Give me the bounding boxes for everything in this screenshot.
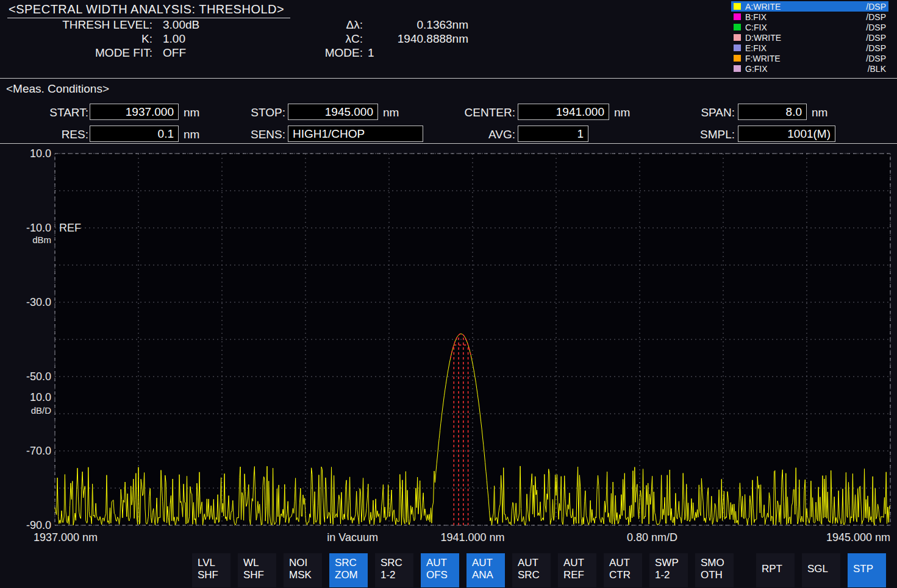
sensitivity-field[interactable]: HIGH1/CHOP	[288, 126, 423, 142]
osa-screen: <SPECTRAL WIDTH ANALYSIS: THRESHOLD> THR…	[0, 0, 897, 588]
legend-trace-e[interactable]: E:FIX /DSP	[731, 43, 888, 53]
center-label: CENTER:	[409, 106, 515, 119]
thresh-level-value: 3.00dB	[163, 18, 199, 32]
span-label: SPAN:	[646, 106, 735, 119]
k-value: 1.00	[163, 32, 185, 46]
svg-text:dBm: dBm	[32, 235, 51, 245]
k-label: K:	[0, 32, 152, 46]
trace-c-label: C:FIX	[745, 23, 767, 32]
softkey-aut-src[interactable]: AUTSRC	[512, 553, 551, 587]
softkey-noi-msk[interactable]: NOIMSK	[284, 553, 322, 587]
analysis-title: <SPECTRAL WIDTH ANALYSIS: THRESHOLD>	[7, 2, 290, 18]
softkey-wl-shf[interactable]: WLSHF	[238, 553, 276, 587]
trace-e-label: E:FIX	[745, 43, 767, 53]
center-wavelength-field[interactable]: 1941.000	[518, 104, 609, 120]
svg-text:1937.000 nm: 1937.000 nm	[34, 531, 98, 544]
softkey-rpt[interactable]: RPT	[756, 553, 795, 587]
softkey-sgl[interactable]: SGL	[802, 553, 840, 587]
avg-label: AVG:	[409, 128, 515, 141]
trace-d-color-swatch	[734, 34, 741, 41]
softkey-group-main: LVLSHF WLSHF NOIMSK SRCZOM SRC1-2 AUTOFS…	[192, 553, 734, 587]
trace-a-label: A:WRITE	[745, 2, 781, 12]
meas-conditions-title: <Meas. Conditions>	[6, 82, 109, 96]
legend-trace-b[interactable]: B:FIX /DSP	[731, 12, 888, 22]
stop-wavelength-field[interactable]: 1945.000	[288, 104, 378, 120]
svg-text:1945.000 nm: 1945.000 nm	[826, 531, 890, 544]
svg-text:-50.0: -50.0	[26, 370, 51, 383]
softkey-lvl-shf[interactable]: LVLSHF	[192, 553, 231, 587]
trace-c-color-swatch	[734, 24, 741, 30]
trace-d-label: D:WRITE	[745, 33, 781, 43]
smpl-label: SMPL:	[646, 128, 735, 141]
trace-f-mode: /DSP	[866, 54, 886, 63]
softkey-aut-ana[interactable]: AUTANA	[466, 553, 505, 587]
legend-trace-f[interactable]: F:WRITE /DSP	[731, 53, 888, 63]
trace-g-color-swatch	[734, 65, 741, 72]
trace-e-color-swatch	[734, 44, 741, 51]
svg-text:dB/D: dB/D	[31, 405, 52, 416]
mode-value: 1	[368, 46, 468, 60]
svg-text:10.0: 10.0	[30, 391, 51, 403]
softkey-swp-1-2[interactable]: SWP1-2	[649, 553, 688, 587]
trace-f-label: F:WRITE	[745, 54, 781, 63]
trace-b-label: B:FIX	[745, 12, 767, 22]
softkey-aut-ctr[interactable]: AUTCTR	[604, 553, 642, 587]
trace-a-color-swatch	[734, 3, 741, 10]
delta-lambda-label: Δλ:	[305, 18, 363, 32]
resolution-field[interactable]: 0.1	[90, 126, 179, 142]
average-count-field[interactable]: 1	[518, 126, 588, 142]
trace-g-mode: /BLK	[868, 64, 886, 74]
svg-text:10.0: 10.0	[30, 147, 51, 160]
svg-text:in Vacuum: in Vacuum	[327, 531, 378, 544]
trace-b-color-swatch	[734, 13, 741, 20]
trace-legend: A:WRITE /DSP B:FIX /DSP C:FIX /DSP D:WRI…	[731, 1, 888, 74]
sens-label: SENS:	[195, 128, 285, 141]
legend-trace-d[interactable]: D:WRITE /DSP	[731, 32, 888, 43]
stop-unit: nm	[383, 106, 399, 119]
start-label: START:	[12, 106, 88, 119]
mode-label: MODE:	[305, 46, 363, 60]
span-field[interactable]: 8.0	[738, 104, 807, 120]
trace-c-mode: /DSP	[866, 23, 886, 32]
softkey-smo-oth[interactable]: SMOOTH	[695, 553, 734, 587]
lambda-c-label: λC:	[305, 32, 363, 46]
spectrum-chart: 10.0-10.0-30.0-50.0-70.0-90.0dBmREF10.0d…	[0, 143, 897, 554]
svg-text:-70.0: -70.0	[26, 445, 51, 457]
softkey-src-1-2[interactable]: SRC1-2	[375, 553, 413, 587]
mode-fit-value: OFF	[163, 46, 186, 60]
softkey-aut-ref[interactable]: AUTREF	[558, 553, 596, 587]
meas-conditions-panel: <Meas. Conditions> START: 1937.000 nm ST…	[0, 78, 897, 144]
svg-text:-30.0: -30.0	[26, 296, 51, 308]
sampling-points-field[interactable]: 1001(M)	[738, 126, 835, 142]
softkey-aut-ofs[interactable]: AUTOFS	[421, 553, 459, 587]
softkey-group-sweep: RPT SGL STP	[756, 553, 886, 587]
trace-g-label: G:FIX	[745, 64, 768, 74]
softkey-bar: LVLSHF WLSHF NOIMSK SRCZOM SRC1-2 AUTOFS…	[0, 553, 897, 588]
softkey-stp[interactable]: STP	[848, 553, 886, 587]
legend-trace-g[interactable]: G:FIX /BLK	[731, 63, 888, 74]
trace-f-color-swatch	[734, 55, 741, 62]
legend-trace-a[interactable]: A:WRITE /DSP	[731, 1, 888, 12]
svg-text:1941.000 nm: 1941.000 nm	[440, 531, 504, 544]
trace-a-mode: /DSP	[866, 2, 886, 12]
thresh-level-label: THRESH LEVEL:	[0, 18, 152, 32]
span-unit: nm	[812, 106, 827, 119]
start-wavelength-field[interactable]: 1937.000	[90, 104, 179, 120]
trace-d-mode: /DSP	[866, 33, 886, 43]
stop-label: STOP:	[195, 106, 285, 119]
delta-lambda-value: 0.1363nm	[368, 18, 468, 32]
softkey-src-zom[interactable]: SRCZOM	[329, 553, 368, 587]
center-unit: nm	[614, 106, 630, 119]
svg-text:-10.0: -10.0	[26, 222, 51, 234]
svg-text:REF: REF	[59, 222, 81, 234]
legend-trace-c[interactable]: C:FIX /DSP	[731, 22, 888, 32]
svg-text:-90.0: -90.0	[26, 519, 51, 531]
trace-b-mode: /DSP	[866, 12, 886, 22]
mode-fit-label: MODE FIT:	[0, 46, 152, 60]
trace-e-mode: /DSP	[866, 43, 886, 53]
res-label: RES:	[12, 128, 88, 141]
lambda-c-value: 1940.8888nm	[368, 32, 468, 46]
svg-text:0.80 nm/D: 0.80 nm/D	[627, 531, 677, 544]
